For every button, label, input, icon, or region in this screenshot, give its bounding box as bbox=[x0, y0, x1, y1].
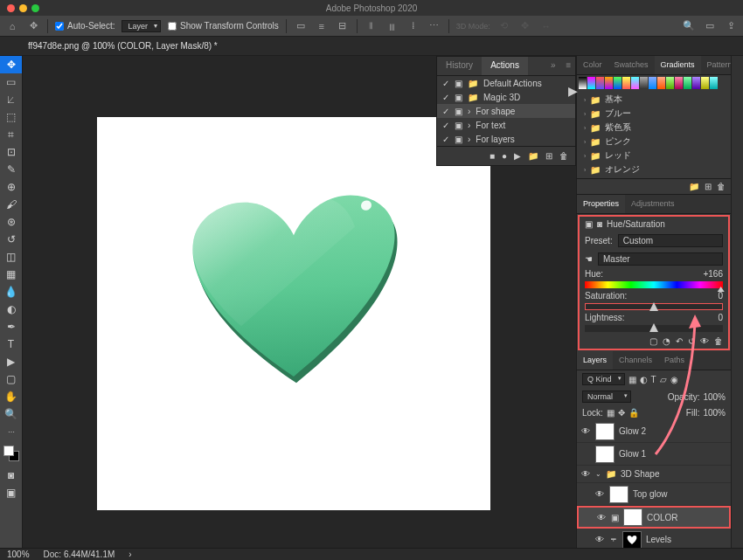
layer-group[interactable]: 👁⌄📁3D Shape bbox=[577, 466, 731, 483]
color-tab[interactable]: Color bbox=[577, 56, 608, 74]
color-swatches[interactable] bbox=[3, 446, 19, 461]
filter-adjust-icon[interactable]: ◐ bbox=[640, 375, 648, 384]
layer-row[interactable]: Glow 1 bbox=[577, 443, 731, 466]
lightness-slider[interactable] bbox=[585, 325, 723, 332]
search-icon[interactable]: 🔍 bbox=[682, 19, 696, 33]
canvas[interactable] bbox=[97, 117, 490, 510]
panel-dock[interactable] bbox=[731, 56, 743, 548]
pen-tool[interactable]: ✒ bbox=[0, 318, 22, 335]
type-tool[interactable]: T bbox=[0, 335, 22, 353]
screen-mode-button[interactable]: ▣ bbox=[0, 484, 22, 501]
previous-state-icon[interactable]: ↶ bbox=[676, 336, 683, 346]
fill-value[interactable]: 100% bbox=[703, 408, 726, 418]
healing-tool[interactable]: ⊕ bbox=[0, 178, 22, 196]
crop-tool[interactable]: ⌗ bbox=[0, 126, 22, 143]
gradient-folder[interactable]: ›📁ピンク bbox=[577, 135, 731, 149]
gradient-presets[interactable] bbox=[577, 75, 731, 91]
zoom-tool[interactable]: 🔍 bbox=[0, 405, 22, 423]
new-action-icon[interactable]: ⊞ bbox=[545, 151, 552, 161]
gradient-folder[interactable]: ›📁紫色系 bbox=[577, 121, 731, 135]
actions-tab[interactable]: Actions bbox=[482, 57, 528, 75]
workspace-icon[interactable]: ▭ bbox=[703, 19, 717, 33]
visibility-icon[interactable]: 👁 bbox=[700, 336, 709, 346]
lock-position-icon[interactable]: ✥ bbox=[618, 408, 625, 418]
align-icon[interactable]: ≡ bbox=[315, 19, 329, 33]
visibility-toggle[interactable]: 👁 bbox=[580, 426, 591, 436]
history-tab[interactable]: History bbox=[437, 57, 482, 75]
saturation-slider[interactable] bbox=[585, 303, 723, 310]
lock-pixels-icon[interactable]: ▦ bbox=[607, 408, 615, 418]
doc-info[interactable]: Doc: 6.44M/41.1M bbox=[44, 550, 115, 559]
gradients-tab[interactable]: Gradients bbox=[655, 56, 701, 74]
minimize-window-button[interactable] bbox=[19, 4, 27, 12]
layer-row[interactable]: 👁Top glow bbox=[577, 483, 731, 506]
share-icon[interactable]: ⇪ bbox=[724, 19, 738, 33]
filter-pixel-icon[interactable]: ▦ bbox=[628, 375, 636, 384]
panel-menu-icon[interactable]: ≡ bbox=[560, 57, 576, 75]
layers-tab[interactable]: Layers bbox=[577, 351, 613, 370]
align-icon[interactable]: ▭ bbox=[294, 19, 308, 33]
new-set-icon[interactable]: 📁 bbox=[528, 151, 538, 161]
action-set[interactable]: ✓▣📁Magic 3D bbox=[437, 90, 575, 104]
edit-toolbar-button[interactable]: ⋯ bbox=[0, 423, 22, 440]
object-select-tool[interactable]: ⬚ bbox=[0, 108, 22, 126]
brush-tool[interactable]: 🖌 bbox=[0, 196, 22, 213]
filter-type-icon[interactable]: T bbox=[651, 375, 656, 384]
new-group-icon[interactable]: 📁 bbox=[689, 182, 699, 191]
trash-icon[interactable]: 🗑 bbox=[714, 336, 723, 346]
swatches-tab[interactable]: Swatches bbox=[608, 56, 655, 74]
gradient-folder[interactable]: ›📁基本 bbox=[577, 93, 731, 107]
marquee-tool[interactable]: ▭ bbox=[0, 73, 22, 91]
saturation-value[interactable]: 0 bbox=[718, 291, 723, 301]
blur-tool[interactable]: 💧 bbox=[0, 283, 22, 301]
action-item[interactable]: ✓▣›For text bbox=[437, 118, 575, 132]
colorize-icon[interactable]: ▢ bbox=[649, 336, 657, 346]
hand-tool[interactable]: ✋ bbox=[0, 388, 22, 405]
move-tool[interactable]: ✥ bbox=[0, 56, 22, 73]
play-tab-icon[interactable]: ▶ bbox=[566, 84, 579, 98]
layer-row[interactable]: 👁▣COLOR bbox=[577, 506, 731, 529]
gradient-folder[interactable]: ›📁オレンジ bbox=[577, 162, 731, 176]
distribute-icon[interactable]: ⫴ bbox=[365, 19, 378, 33]
dodge-tool[interactable]: ◐ bbox=[0, 301, 22, 318]
eyedropper-tool[interactable]: ✎ bbox=[0, 161, 22, 178]
shape-tool[interactable]: ▢ bbox=[0, 370, 22, 388]
canvas-area[interactable]: History Actions » ≡ ✓▣📁Default Actions ✓… bbox=[23, 56, 576, 548]
action-item[interactable]: ✓▣›For shape bbox=[437, 104, 575, 118]
opacity-value[interactable]: 100% bbox=[703, 392, 726, 402]
align-icon[interactable]: ⊟ bbox=[336, 19, 350, 33]
quick-mask-button[interactable]: ◙ bbox=[0, 467, 22, 484]
distribute-icon[interactable]: ⁞ bbox=[406, 19, 420, 33]
hue-slider[interactable] bbox=[585, 281, 723, 288]
adjustments-tab[interactable]: Adjustments bbox=[625, 195, 681, 213]
path-select-tool[interactable]: ▶ bbox=[0, 353, 22, 370]
properties-tab[interactable]: Properties bbox=[577, 195, 625, 213]
trash-icon[interactable]: 🗑 bbox=[559, 151, 568, 161]
blend-mode-select[interactable]: Normal bbox=[582, 391, 631, 403]
history-brush-tool[interactable]: ↺ bbox=[0, 231, 22, 248]
lasso-tool[interactable]: ⟀ bbox=[0, 91, 22, 108]
action-item[interactable]: ✓▣›For layers bbox=[437, 132, 575, 146]
trash-icon[interactable]: 🗑 bbox=[717, 182, 726, 191]
collapse-icon[interactable]: » bbox=[545, 57, 561, 75]
auto-select-checkbox[interactable]: Auto-Select: bbox=[55, 21, 115, 31]
finger-icon[interactable]: ☚ bbox=[585, 254, 593, 264]
action-set[interactable]: ✓▣📁Default Actions bbox=[437, 76, 575, 90]
lock-all-icon[interactable]: 🔒 bbox=[628, 408, 639, 418]
more-options-icon[interactable]: ⋯ bbox=[427, 19, 441, 33]
layer-row[interactable]: 👁Glow 2 bbox=[577, 420, 731, 443]
home-icon[interactable]: ⌂ bbox=[5, 19, 19, 33]
filter-kind-select[interactable]: Q Kind bbox=[582, 373, 625, 385]
paths-tab[interactable]: Paths bbox=[658, 351, 691, 370]
stamp-tool[interactable]: ⊛ bbox=[0, 213, 22, 231]
frame-tool[interactable]: ⊡ bbox=[0, 143, 22, 161]
channel-select[interactable]: Master bbox=[598, 252, 723, 266]
preset-select[interactable]: Custom bbox=[618, 234, 723, 247]
document-tab[interactable]: ff947d8e.png @ 100% (COLOR, Layer Mask/8… bbox=[19, 38, 226, 54]
stop-icon[interactable]: ■ bbox=[490, 151, 495, 161]
filter-shape-icon[interactable]: ▱ bbox=[660, 375, 667, 384]
clip-icon[interactable]: ◔ bbox=[663, 336, 670, 346]
eraser-tool[interactable]: ◫ bbox=[0, 248, 22, 266]
reset-icon[interactable]: ↺ bbox=[688, 336, 695, 346]
distribute-icon[interactable]: ⫼ bbox=[385, 19, 399, 33]
